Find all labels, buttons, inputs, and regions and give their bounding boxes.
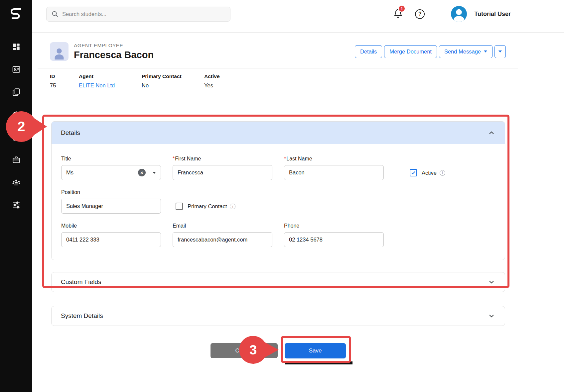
form-footer: Cancel Save	[51, 343, 505, 358]
meta-primary-contact-value: No	[142, 82, 204, 89]
form-row-1: Title × * First Name	[61, 156, 495, 180]
chevron-down-icon[interactable]	[153, 172, 156, 174]
notification-badge: 1	[398, 5, 405, 12]
email-input[interactable]	[173, 232, 272, 247]
required-mark: *	[173, 156, 175, 162]
details-section-body: Title × * First Name	[52, 144, 505, 260]
entity-avatar-icon	[50, 42, 69, 61]
custom-fields-section-header[interactable]: Custom Fields	[52, 272, 505, 292]
entity-actions: Details Merge Document Send Message	[355, 45, 506, 58]
info-icon[interactable]: i	[230, 204, 235, 209]
sidebar-nav	[0, 28, 32, 210]
primary-contact-checkbox-group: Primary Contact i	[176, 203, 235, 210]
position-label: Position	[61, 189, 161, 195]
search-bar[interactable]	[46, 7, 230, 22]
info-icon[interactable]: i	[440, 170, 445, 176]
topbar-divider	[438, 0, 438, 28]
active-checkbox-label: Active	[422, 170, 437, 176]
position-input[interactable]	[61, 199, 161, 214]
briefcase-icon[interactable]	[12, 155, 21, 164]
entity-type-label: AGENT EMPLOYEE	[74, 43, 154, 49]
meta-id: ID 75	[50, 73, 79, 89]
phone-label: Phone	[284, 223, 384, 229]
mobile-label: Mobile	[61, 223, 161, 229]
people-icon[interactable]	[12, 178, 21, 187]
cancel-button[interactable]: Cancel	[211, 343, 278, 358]
meta-agent: Agent ELITE Non Ltd	[79, 73, 142, 89]
entity-titles: AGENT EMPLOYEE Francesca Bacon	[74, 43, 154, 60]
meta-id-value: 75	[50, 82, 79, 89]
help-icon[interactable]: ?	[415, 9, 425, 19]
mobile-field: Mobile	[61, 223, 161, 247]
contacts-icon[interactable]	[12, 65, 21, 74]
settings-sliders-icon[interactable]	[12, 200, 21, 210]
screen: 1 ? Tutorial User AGENT EMPLOYEE Frances…	[0, 0, 564, 392]
archive-icon[interactable]	[12, 133, 21, 142]
first-name-field: * First Name	[173, 156, 272, 180]
system-details-section-header[interactable]: System Details	[52, 306, 505, 326]
meta-agent-link[interactable]: ELITE Non Ltd	[79, 82, 142, 89]
active-checkbox-group: Active i	[410, 169, 445, 176]
active-checkbox[interactable]	[410, 169, 417, 176]
send-message-label: Send Message	[444, 49, 481, 55]
sidebar	[0, 0, 32, 392]
topbar-right: 1 ? Tutorial User	[393, 0, 511, 28]
save-button[interactable]: Save	[285, 343, 346, 358]
chevron-up-icon	[488, 129, 495, 137]
documents-icon[interactable]	[12, 87, 21, 97]
form-row-3: Mobile Email Phone	[61, 223, 495, 247]
education-icon[interactable]	[12, 110, 21, 119]
annotation-arrow-2	[34, 118, 47, 135]
details-section-header[interactable]: Details	[52, 122, 505, 144]
email-label: Email	[173, 223, 272, 229]
chevron-down-icon	[498, 50, 502, 52]
custom-fields-section-title: Custom Fields	[61, 278, 101, 286]
last-name-input[interactable]	[284, 165, 384, 180]
system-details-section-title: System Details	[61, 312, 103, 320]
meta-id-label: ID	[50, 73, 79, 79]
chevron-down-icon	[484, 50, 487, 52]
form-sections: Details Title ×	[51, 121, 505, 358]
title-field: Title ×	[61, 156, 161, 180]
email-field: Email	[173, 223, 272, 247]
entity-name: Francesca Bacon	[74, 49, 154, 60]
primary-contact-checkbox-label: Primary Contact	[188, 203, 227, 210]
details-section-title: Details	[61, 129, 80, 137]
details-section: Details Title ×	[51, 121, 505, 260]
first-name-label: * First Name	[173, 156, 272, 162]
entity-header-top: AGENT EMPLOYEE Francesca Bacon Details M…	[38, 33, 518, 68]
phone-input[interactable]	[284, 232, 384, 247]
first-name-input[interactable]	[173, 165, 272, 180]
meta-primary-contact: Primary Contact No	[142, 73, 204, 89]
topbar: 1 ? Tutorial User	[32, 0, 564, 28]
app-logo-icon[interactable]	[0, 0, 32, 28]
more-actions-dropdown-button[interactable]	[494, 45, 506, 58]
dashboard-icon[interactable]	[12, 42, 21, 51]
meta-agent-label: Agent	[79, 73, 142, 79]
details-button[interactable]: Details	[355, 45, 382, 58]
search-input[interactable]	[62, 11, 225, 17]
chevron-down-icon	[488, 312, 495, 320]
merge-document-button[interactable]: Merge Document	[384, 45, 437, 58]
last-name-field: * Last Name	[284, 156, 384, 180]
clear-icon[interactable]: ×	[138, 169, 146, 176]
required-mark: *	[284, 156, 286, 162]
entity-meta-row: ID 75 Agent ELITE Non Ltd Primary Contac…	[38, 68, 518, 89]
phone-field: Phone	[284, 223, 384, 247]
meta-primary-contact-label: Primary Contact	[142, 73, 204, 79]
position-field: Position	[61, 189, 161, 214]
form-row-2: Position Primary Contact i	[61, 189, 495, 214]
primary-contact-checkbox[interactable]	[176, 203, 183, 210]
title-input[interactable]	[61, 165, 161, 180]
send-message-button[interactable]: Send Message	[439, 45, 493, 58]
user-name[interactable]: Tutorial User	[474, 11, 511, 18]
system-details-section: System Details	[51, 306, 505, 326]
title-label: Title	[61, 156, 161, 162]
user-avatar[interactable]	[451, 6, 467, 22]
cutoff-black-bar	[285, 361, 352, 364]
notification-bell-icon[interactable]: 1	[393, 8, 403, 20]
custom-fields-section: Custom Fields	[51, 272, 505, 292]
last-name-label: * Last Name	[284, 156, 384, 162]
chevron-down-icon	[488, 278, 495, 286]
mobile-input[interactable]	[61, 232, 161, 247]
